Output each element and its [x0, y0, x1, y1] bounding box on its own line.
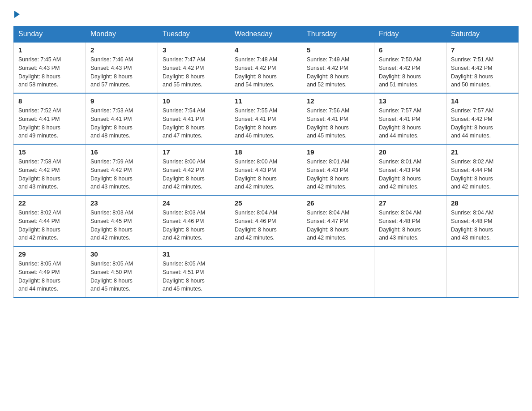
day-number: 26 [307, 199, 369, 207]
day-cell: 26 Sunrise: 8:04 AMSunset: 4:47 PMDaylig… [302, 195, 374, 246]
day-cell: 6 Sunrise: 7:50 AMSunset: 4:42 PMDayligh… [374, 42, 446, 93]
day-info: Sunrise: 8:01 AMSunset: 4:43 PMDaylight:… [379, 158, 442, 191]
day-info: Sunrise: 8:05 AMSunset: 4:51 PMDaylight:… [163, 260, 225, 293]
day-info: Sunrise: 7:47 AMSunset: 4:42 PMDaylight:… [163, 56, 225, 89]
day-info: Sunrise: 8:05 AMSunset: 4:49 PMDaylight:… [18, 260, 81, 293]
weekday-header-tuesday: Tuesday [158, 26, 230, 43]
day-number: 22 [18, 199, 81, 207]
day-cell: 23 Sunrise: 8:03 AMSunset: 4:45 PMDaylig… [86, 195, 158, 246]
day-number: 1 [18, 46, 81, 54]
day-number: 10 [163, 97, 225, 105]
day-info: Sunrise: 7:49 AMSunset: 4:42 PMDaylight:… [307, 56, 369, 89]
day-number: 31 [163, 250, 225, 258]
day-cell: 18 Sunrise: 8:00 AMSunset: 4:43 PMDaylig… [230, 144, 302, 195]
day-cell: 16 Sunrise: 7:59 AMSunset: 4:42 PMDaylig… [86, 144, 158, 195]
day-cell: 12 Sunrise: 7:56 AMSunset: 4:41 PMDaylig… [302, 93, 374, 144]
day-number: 29 [18, 250, 81, 258]
day-cell: 24 Sunrise: 8:03 AMSunset: 4:46 PMDaylig… [158, 195, 230, 246]
day-number: 5 [307, 46, 369, 54]
day-cell: 13 Sunrise: 7:57 AMSunset: 4:41 PMDaylig… [374, 93, 446, 144]
day-info: Sunrise: 8:02 AMSunset: 4:44 PMDaylight:… [18, 209, 81, 242]
day-info: Sunrise: 8:04 AMSunset: 4:46 PMDaylight:… [235, 209, 297, 242]
weekday-header-friday: Friday [374, 26, 446, 43]
day-cell: 9 Sunrise: 7:53 AMSunset: 4:41 PMDayligh… [86, 93, 158, 144]
weekday-header-thursday: Thursday [302, 26, 374, 43]
day-info: Sunrise: 8:03 AMSunset: 4:46 PMDaylight:… [163, 209, 225, 242]
day-number: 27 [379, 199, 442, 207]
day-number: 21 [451, 148, 514, 156]
day-cell: 29 Sunrise: 8:05 AMSunset: 4:49 PMDaylig… [14, 246, 86, 297]
day-info: Sunrise: 7:46 AMSunset: 4:43 PMDaylight:… [90, 56, 153, 89]
day-cell: 25 Sunrise: 8:04 AMSunset: 4:46 PMDaylig… [230, 195, 302, 246]
day-cell: 20 Sunrise: 8:01 AMSunset: 4:43 PMDaylig… [374, 144, 446, 195]
day-number: 19 [307, 148, 369, 156]
day-cell: 30 Sunrise: 8:05 AMSunset: 4:50 PMDaylig… [86, 246, 158, 297]
week-row-5: 29 Sunrise: 8:05 AMSunset: 4:49 PMDaylig… [14, 246, 519, 297]
day-cell: 2 Sunrise: 7:46 AMSunset: 4:43 PMDayligh… [86, 42, 158, 93]
day-number: 16 [90, 148, 153, 156]
day-cell: 11 Sunrise: 7:55 AMSunset: 4:41 PMDaylig… [230, 93, 302, 144]
day-number: 2 [90, 46, 153, 54]
day-cell: 3 Sunrise: 7:47 AMSunset: 4:42 PMDayligh… [158, 42, 230, 93]
weekday-header-wednesday: Wednesday [230, 26, 302, 43]
day-number: 24 [163, 199, 225, 207]
day-info: Sunrise: 7:59 AMSunset: 4:42 PMDaylight:… [90, 158, 153, 191]
day-number: 20 [379, 148, 442, 156]
day-cell: 10 Sunrise: 7:54 AMSunset: 4:41 PMDaylig… [158, 93, 230, 144]
logo [13, 9, 20, 18]
day-cell [302, 246, 374, 297]
day-info: Sunrise: 7:55 AMSunset: 4:41 PMDaylight:… [235, 107, 297, 140]
day-info: Sunrise: 7:45 AMSunset: 4:43 PMDaylight:… [18, 56, 81, 89]
day-cell: 31 Sunrise: 8:05 AMSunset: 4:51 PMDaylig… [158, 246, 230, 297]
day-number: 23 [90, 199, 153, 207]
header [13, 9, 519, 18]
weekday-header-row: SundayMondayTuesdayWednesdayThursdayFrid… [14, 26, 519, 43]
day-info: Sunrise: 7:57 AMSunset: 4:42 PMDaylight:… [451, 107, 514, 140]
day-cell: 5 Sunrise: 7:49 AMSunset: 4:42 PMDayligh… [302, 42, 374, 93]
day-info: Sunrise: 8:00 AMSunset: 4:43 PMDaylight:… [235, 158, 297, 191]
day-info: Sunrise: 7:54 AMSunset: 4:41 PMDaylight:… [163, 107, 225, 140]
logo-triangle-icon [14, 11, 20, 18]
week-row-1: 1 Sunrise: 7:45 AMSunset: 4:43 PMDayligh… [14, 42, 519, 93]
week-row-4: 22 Sunrise: 8:02 AMSunset: 4:44 PMDaylig… [14, 195, 519, 246]
day-number: 13 [379, 97, 442, 105]
day-number: 12 [307, 97, 369, 105]
day-cell: 4 Sunrise: 7:48 AMSunset: 4:42 PMDayligh… [230, 42, 302, 93]
day-number: 17 [163, 148, 225, 156]
calendar-table: SundayMondayTuesdayWednesdayThursdayFrid… [13, 26, 519, 298]
day-number: 8 [18, 97, 81, 105]
weekday-header-saturday: Saturday [446, 26, 519, 43]
week-row-2: 8 Sunrise: 7:52 AMSunset: 4:41 PMDayligh… [14, 93, 519, 144]
day-info: Sunrise: 7:58 AMSunset: 4:42 PMDaylight:… [18, 158, 81, 191]
day-number: 9 [90, 97, 153, 105]
day-cell: 15 Sunrise: 7:58 AMSunset: 4:42 PMDaylig… [14, 144, 86, 195]
day-cell: 19 Sunrise: 8:01 AMSunset: 4:43 PMDaylig… [302, 144, 374, 195]
day-cell: 28 Sunrise: 8:04 AMSunset: 4:48 PMDaylig… [446, 195, 519, 246]
day-info: Sunrise: 7:56 AMSunset: 4:41 PMDaylight:… [307, 107, 369, 140]
day-info: Sunrise: 7:48 AMSunset: 4:42 PMDaylight:… [235, 56, 297, 89]
day-cell: 1 Sunrise: 7:45 AMSunset: 4:43 PMDayligh… [14, 42, 86, 93]
day-number: 25 [235, 199, 297, 207]
day-cell: 22 Sunrise: 8:02 AMSunset: 4:44 PMDaylig… [14, 195, 86, 246]
day-cell [230, 246, 302, 297]
day-number: 11 [235, 97, 297, 105]
day-info: Sunrise: 8:01 AMSunset: 4:43 PMDaylight:… [307, 158, 369, 191]
day-cell: 17 Sunrise: 8:00 AMSunset: 4:42 PMDaylig… [158, 144, 230, 195]
day-info: Sunrise: 7:57 AMSunset: 4:41 PMDaylight:… [379, 107, 442, 140]
day-info: Sunrise: 8:04 AMSunset: 4:47 PMDaylight:… [307, 209, 369, 242]
week-row-3: 15 Sunrise: 7:58 AMSunset: 4:42 PMDaylig… [14, 144, 519, 195]
day-cell: 14 Sunrise: 7:57 AMSunset: 4:42 PMDaylig… [446, 93, 519, 144]
day-number: 14 [451, 97, 514, 105]
day-info: Sunrise: 8:04 AMSunset: 4:48 PMDaylight:… [379, 209, 442, 242]
day-cell [446, 246, 519, 297]
day-cell [374, 246, 446, 297]
weekday-header-monday: Monday [86, 26, 158, 43]
day-number: 7 [451, 46, 514, 54]
day-info: Sunrise: 8:02 AMSunset: 4:44 PMDaylight:… [451, 158, 514, 191]
weekday-header-sunday: Sunday [14, 26, 86, 43]
day-info: Sunrise: 7:51 AMSunset: 4:42 PMDaylight:… [451, 56, 514, 89]
day-info: Sunrise: 8:05 AMSunset: 4:50 PMDaylight:… [90, 260, 153, 293]
day-cell: 27 Sunrise: 8:04 AMSunset: 4:48 PMDaylig… [374, 195, 446, 246]
day-number: 3 [163, 46, 225, 54]
day-cell: 21 Sunrise: 8:02 AMSunset: 4:44 PMDaylig… [446, 144, 519, 195]
